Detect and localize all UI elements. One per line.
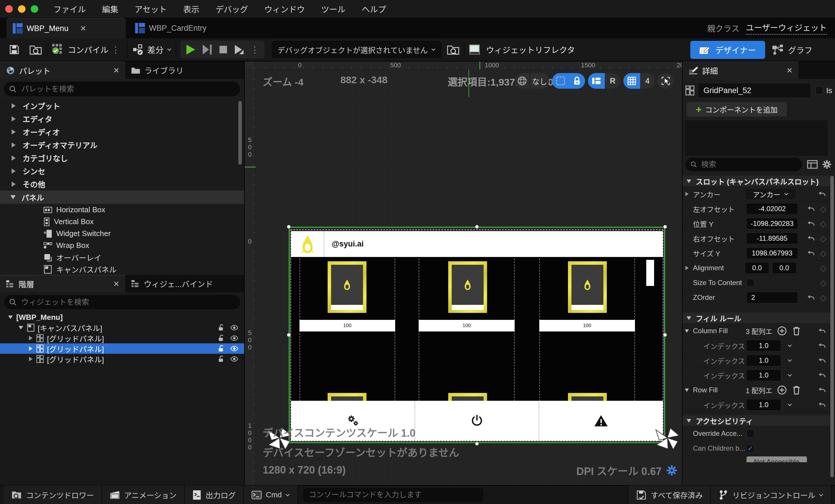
palette-category[interactable]: その他 bbox=[0, 178, 244, 190]
palette-item-wrap-box[interactable]: Wrap Box bbox=[0, 240, 244, 251]
output-log-button[interactable]: 出力ログ bbox=[185, 485, 244, 504]
reset-icon[interactable] bbox=[818, 401, 826, 408]
revision-control-button[interactable]: リビジョンコントロール bbox=[711, 485, 832, 504]
tab-close-icon[interactable]: ✕ bbox=[80, 24, 86, 33]
is-variable-checkbox[interactable] bbox=[816, 86, 823, 95]
widget-name-input[interactable] bbox=[698, 83, 811, 98]
palette-search-input[interactable] bbox=[21, 84, 235, 94]
card-entry[interactable] bbox=[568, 261, 607, 313]
palette-search[interactable] bbox=[4, 82, 240, 96]
tab-library[interactable]: ライブラリ bbox=[125, 61, 189, 79]
bind-diamond-icon[interactable]: ◇ bbox=[820, 248, 826, 258]
localization-none[interactable]: なし bbox=[530, 73, 549, 89]
accessibility-section-header[interactable]: アクセシビリティ bbox=[683, 415, 830, 426]
tab-wbp-menu[interactable]: WBP_Menu ✕ bbox=[6, 18, 126, 38]
animation-button[interactable]: アニメーション bbox=[102, 485, 185, 504]
chevron-down-icon[interactable] bbox=[788, 344, 792, 347]
diff-button[interactable]: 差分 bbox=[131, 43, 171, 56]
cursor-tool-button[interactable] bbox=[657, 73, 674, 89]
display-filter-icon[interactable] bbox=[807, 160, 818, 169]
tree-row-canvas-panel[interactable]: [キャンバスパネル] bbox=[0, 322, 244, 333]
traffic-minimize-button[interactable] bbox=[18, 5, 25, 13]
stop-button[interactable] bbox=[215, 42, 231, 57]
grid-icon[interactable] bbox=[623, 73, 640, 89]
eye-icon[interactable] bbox=[230, 334, 238, 342]
size-y-input[interactable]: 1098.067993 bbox=[746, 247, 798, 259]
preview-scrollbar-thumb[interactable] bbox=[646, 260, 654, 286]
offset-right-input[interactable]: -11.89585 bbox=[746, 233, 798, 244]
eye-icon[interactable] bbox=[230, 324, 238, 331]
reset-icon[interactable] bbox=[818, 372, 826, 379]
details-search[interactable] bbox=[686, 158, 802, 171]
palette-item-vertical-box[interactable]: Vertical Box bbox=[0, 216, 244, 228]
index-input[interactable]: 1.0 bbox=[746, 399, 781, 411]
parent-class-link[interactable]: ユーザーウィジェット bbox=[746, 21, 827, 35]
bind-diamond-icon[interactable]: ◇ bbox=[820, 234, 826, 243]
lock-open-icon[interactable] bbox=[218, 345, 225, 352]
details-scrollbar[interactable] bbox=[830, 176, 834, 477]
alignment-x-input[interactable]: 0.0 bbox=[745, 262, 769, 274]
tab-palette[interactable]: パレット ✕ bbox=[0, 61, 125, 79]
position-y-input[interactable]: -1098.290283 bbox=[746, 218, 798, 229]
traffic-zoom-button[interactable] bbox=[31, 5, 38, 13]
grid-snap-control[interactable]: 4 bbox=[623, 73, 655, 89]
alignment-y-input[interactable]: 0.0 bbox=[772, 262, 796, 274]
warning-cell[interactable] bbox=[539, 401, 663, 441]
play-options-kebab[interactable]: ⋮ bbox=[250, 45, 259, 55]
save-status-button[interactable]: すべて保存済み bbox=[628, 485, 711, 504]
index-input[interactable]: 1.0 bbox=[746, 355, 781, 366]
bind-diamond-icon[interactable]: ◇ bbox=[820, 293, 826, 302]
size-to-content-checkbox[interactable] bbox=[746, 279, 754, 287]
reset-icon[interactable] bbox=[818, 357, 826, 364]
browse-debug-icon[interactable] bbox=[447, 43, 460, 56]
save-button[interactable] bbox=[8, 43, 20, 56]
resize-handle[interactable] bbox=[664, 333, 667, 337]
reset-icon[interactable] bbox=[818, 190, 826, 198]
tree-row-grid-panel-1[interactable]: [グリッドパネル] bbox=[0, 333, 244, 343]
menu-edit[interactable]: 編集 bbox=[102, 3, 118, 15]
reset-icon[interactable] bbox=[807, 205, 815, 212]
palette-category[interactable]: エディタ bbox=[0, 112, 244, 125]
fill-rules-section-header[interactable]: フィル ルール bbox=[683, 313, 830, 324]
chevron-down-icon[interactable] bbox=[788, 359, 792, 362]
reset-icon[interactable] bbox=[807, 294, 815, 301]
debug-object-dropdown[interactable]: デバッグオブジェクトが選択されていません bbox=[272, 41, 441, 58]
bind-diamond-icon[interactable]: ◇ bbox=[820, 278, 826, 288]
can-children-checkbox[interactable]: ✓ bbox=[746, 444, 754, 452]
localization-preview-control[interactable]: なし bbox=[515, 73, 549, 89]
accessible-behavior-dropdown[interactable]: Not Accessible bbox=[746, 456, 807, 462]
play-button[interactable] bbox=[183, 42, 199, 57]
designer-mode-button[interactable]: デザイナー bbox=[690, 41, 765, 59]
palette-item-canvas-panel[interactable]: キャンバスパネル bbox=[0, 263, 244, 275]
reset-icon[interactable] bbox=[807, 250, 815, 257]
palette-category[interactable]: カテゴリなし bbox=[0, 152, 244, 164]
reset-icon[interactable] bbox=[807, 220, 815, 227]
menu-file[interactable]: ファイル bbox=[53, 3, 86, 15]
resize-handle[interactable] bbox=[475, 442, 479, 446]
power-cell[interactable] bbox=[415, 401, 539, 441]
frame-skip-button[interactable] bbox=[199, 42, 215, 57]
eye-icon[interactable] bbox=[230, 345, 238, 352]
tab-hierarchy[interactable]: 階層 ✕ bbox=[0, 275, 125, 292]
bind-diamond-icon[interactable]: ◇ bbox=[820, 263, 826, 273]
palette-category[interactable]: インプット bbox=[0, 99, 244, 112]
menu-window[interactable]: ウィンドウ bbox=[264, 3, 305, 15]
browse-asset-icon[interactable] bbox=[29, 43, 42, 56]
slot-section-header[interactable]: スロット (キャンバスパネルスロット) bbox=[683, 176, 830, 187]
tab-wbp-cardentry[interactable]: WBP_CardEntry bbox=[129, 18, 213, 38]
palette-category[interactable]: オーディオ bbox=[0, 125, 244, 138]
menu-debug[interactable]: デバッグ bbox=[216, 3, 248, 15]
add-element-icon[interactable] bbox=[777, 385, 787, 395]
resize-arrows-right[interactable] bbox=[653, 423, 682, 452]
tree-row-wbp-menu[interactable]: [WBP_Menu] bbox=[0, 312, 244, 322]
dpi-settings-gear-icon[interactable] bbox=[666, 464, 678, 477]
lock-open-icon[interactable] bbox=[218, 324, 225, 331]
eye-icon[interactable] bbox=[230, 355, 238, 363]
settings-gear-icon[interactable] bbox=[822, 159, 832, 170]
compile-options-kebab[interactable]: ⋮ bbox=[111, 45, 120, 55]
details-search-input[interactable] bbox=[700, 160, 797, 169]
palette-scrollbar[interactable] bbox=[238, 101, 242, 165]
resize-handle[interactable] bbox=[664, 225, 667, 229]
resize-handle[interactable] bbox=[475, 225, 479, 229]
lock-selection-control[interactable] bbox=[552, 73, 585, 89]
